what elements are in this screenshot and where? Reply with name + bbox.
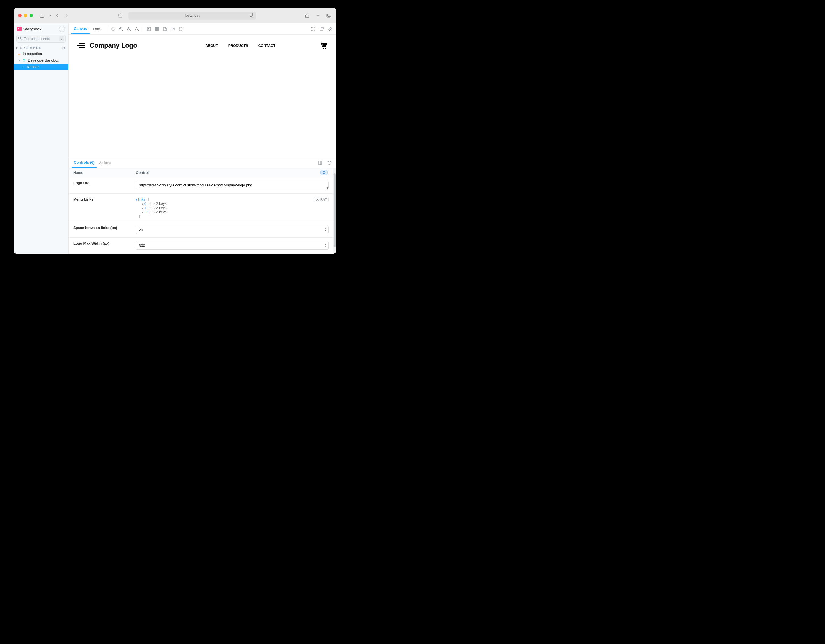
addons-close-icon[interactable] <box>326 159 333 166</box>
header-control: Control <box>136 171 149 175</box>
address-bar[interactable]: localhost <box>128 12 256 20</box>
addons-orientation-icon[interactable] <box>316 159 324 166</box>
json-tree[interactable]: RAW ▾links : [ ▸0 : {...} 2 keys ▸1 : {.… <box>136 197 329 219</box>
svg-point-35 <box>317 199 318 200</box>
controls-table: Name Control Logo URL <box>69 168 333 254</box>
addons-panel: Controls (6) Actions Name Control <box>69 157 336 254</box>
collapse-all-icon[interactable]: ⊟ <box>62 46 65 50</box>
control-row-logo-url: Logo URL <box>69 177 333 194</box>
svg-rect-3 <box>328 14 331 17</box>
close-window-button[interactable] <box>18 14 22 17</box>
component-header: Company Logo ABOUT PRODUCTS CONTACT <box>77 42 328 49</box>
outline-icon[interactable] <box>177 25 185 32</box>
cart-icon[interactable] <box>320 42 328 49</box>
preview-toolbar: Canvas Docs <box>69 23 336 35</box>
address-text: localhost <box>185 13 199 18</box>
document-icon: ▤ <box>18 52 21 55</box>
scrollbar-track[interactable] <box>333 168 336 254</box>
maximize-window-button[interactable] <box>29 14 33 17</box>
tab-docs[interactable]: Docs <box>90 24 105 34</box>
logo-max-input[interactable] <box>136 241 329 250</box>
svg-line-7 <box>122 29 123 31</box>
control-row-logo-max: Logo Max Width (px) ▴▾ <box>69 238 333 253</box>
stepper-arrows-icon[interactable]: ▴▾ <box>325 243 326 247</box>
sidebar-item-label: Introduction <box>23 52 42 56</box>
search-icon <box>18 37 22 40</box>
sidebar-section-header[interactable]: ▾ EXAMPLE ⊟ <box>14 45 68 51</box>
logo-url-input[interactable] <box>136 181 329 189</box>
control-label: Logo Max Width (px) <box>73 241 136 245</box>
share-button[interactable] <box>304 13 310 18</box>
tab-canvas[interactable]: Canvas <box>71 23 90 34</box>
svg-rect-19 <box>155 29 157 31</box>
background-icon[interactable] <box>145 25 153 32</box>
svg-rect-27 <box>179 28 182 30</box>
sidebar-toggle-button[interactable] <box>39 13 45 18</box>
hamburger-menu-icon[interactable] <box>77 43 85 48</box>
raw-toggle-button[interactable]: RAW <box>314 197 329 202</box>
svg-point-30 <box>325 48 326 49</box>
grid-icon[interactable] <box>153 25 161 32</box>
fullscreen-icon[interactable] <box>309 25 317 32</box>
space-input[interactable] <box>136 225 329 234</box>
privacy-shield-icon[interactable] <box>117 13 123 18</box>
svg-rect-22 <box>165 28 167 31</box>
svg-point-29 <box>323 48 324 49</box>
reset-controls-button[interactable] <box>320 170 328 175</box>
addons-tab-controls[interactable]: Controls (6) <box>71 157 97 168</box>
storybook-sidebar: S Storybook ··· / ▾ EXAMPLE ⊟ ▤ Introduc… <box>14 23 69 254</box>
sidebar-item-developersandbox[interactable]: ▾ ⊞ DeveloperSandbox <box>14 57 68 63</box>
control-label: Menu Links <box>73 197 136 202</box>
storybook-brand: S Storybook ··· <box>14 23 68 35</box>
control-row-show-cart: Show Cart Icon False True <box>69 253 333 254</box>
stepper-arrows-icon[interactable]: ▴▾ <box>325 227 326 232</box>
sidebar-menu-button[interactable]: ··· <box>59 26 65 32</box>
nav-link-products[interactable]: PRODUCTS <box>228 44 248 48</box>
sidebar-item-introduction[interactable]: ▤ Introduction <box>14 51 68 57</box>
measure-icon[interactable] <box>169 25 176 32</box>
open-isolated-icon[interactable] <box>318 25 325 32</box>
nav-link-about[interactable]: ABOUT <box>205 44 218 48</box>
zoom-out-icon[interactable] <box>125 25 133 32</box>
storybook-brand-text: Storybook <box>23 27 42 31</box>
viewport-icon[interactable] <box>161 25 168 32</box>
control-row-menu-links: Menu Links RAW ▾links : [ ▸0 : {...} 2 k… <box>69 194 333 222</box>
component-icon: ⊞ <box>23 59 26 62</box>
svg-point-4 <box>19 37 21 39</box>
component-search: / <box>17 35 66 43</box>
sidebar-item-label: DeveloperSandbox <box>28 58 59 62</box>
company-logo-text: Company Logo <box>90 42 137 49</box>
svg-rect-20 <box>157 29 159 31</box>
svg-point-13 <box>135 27 138 30</box>
tabs-overview-button[interactable] <box>326 13 332 18</box>
remount-icon[interactable] <box>109 25 117 32</box>
reload-icon[interactable] <box>249 13 253 17</box>
copy-link-icon[interactable] <box>326 25 334 32</box>
zoom-in-icon[interactable] <box>117 25 125 32</box>
expand-caret-icon: ▾ <box>18 58 21 62</box>
nav-link-contact[interactable]: CONTACT <box>258 44 275 48</box>
svg-line-11 <box>130 29 131 31</box>
browser-chrome: localhost <box>14 8 336 23</box>
sidebar-section-label: EXAMPLE <box>20 46 42 49</box>
addons-tab-actions[interactable]: Actions <box>97 158 114 168</box>
tab-dropdown-icon[interactable] <box>48 13 51 18</box>
search-shortcut-badge: / <box>59 36 65 42</box>
new-tab-button[interactable] <box>315 13 321 18</box>
storybook-logo-icon: S <box>17 27 22 31</box>
svg-rect-18 <box>157 27 159 29</box>
scrollbar-thumb[interactable] <box>334 173 335 247</box>
svg-point-16 <box>148 28 149 29</box>
control-label: Space between links (px) <box>73 225 136 230</box>
svg-rect-0 <box>40 14 44 17</box>
minimize-window-button[interactable] <box>24 14 27 17</box>
back-button[interactable] <box>54 13 60 18</box>
component-nav: ABOUT PRODUCTS CONTACT <box>205 44 275 48</box>
sidebar-item-render[interactable]: ◻ Render <box>14 63 68 70</box>
control-label: Logo URL <box>73 181 136 185</box>
search-input[interactable] <box>17 35 66 43</box>
zoom-reset-icon[interactable] <box>133 25 141 32</box>
svg-rect-17 <box>155 27 157 29</box>
svg-line-5 <box>20 39 21 40</box>
forward-button[interactable] <box>63 13 69 18</box>
